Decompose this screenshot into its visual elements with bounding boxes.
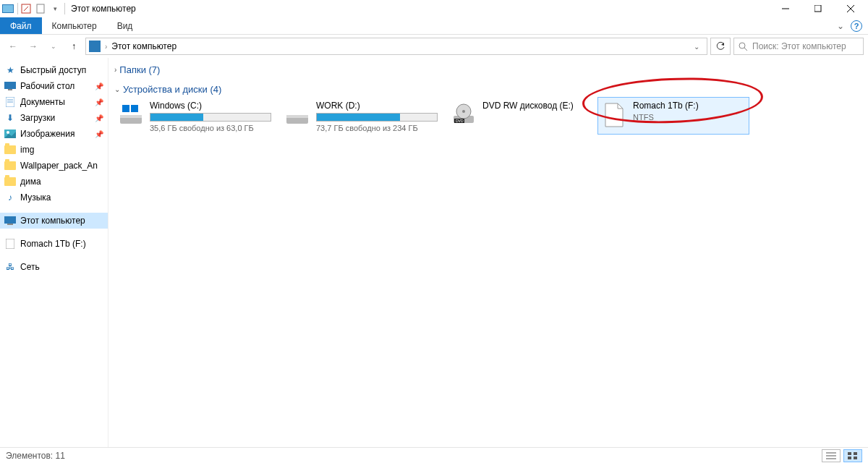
chevron-down-icon: ⌄	[114, 85, 120, 93]
ribbon-tab-view[interactable]: Вид	[107, 17, 143, 34]
svg-point-8	[739, 43, 745, 48]
address-history-icon[interactable]: ⌄	[689, 43, 704, 51]
section-folders-header[interactable]: › Папки (7)	[114, 62, 862, 77]
folder-icon	[4, 144, 16, 156]
svg-rect-25	[286, 115, 308, 118]
capacity-bar	[316, 113, 438, 122]
documents-icon	[4, 96, 16, 108]
refresh-button[interactable]	[710, 38, 731, 55]
svg-rect-5	[814, 5, 821, 12]
qat-properties-icon[interactable]	[20, 2, 33, 15]
svg-rect-35	[854, 452, 857, 455]
nav-up-button[interactable]: ↑	[65, 38, 82, 55]
sidebar-item-dima[interactable]: дима	[0, 174, 108, 190]
chevron-right-icon: ›	[114, 66, 116, 74]
svg-point-16	[7, 131, 9, 134]
status-item-count: Элементов: 11	[6, 451, 65, 461]
svg-rect-37	[854, 456, 857, 459]
close-button[interactable]	[834, 0, 867, 17]
sidebar-item-desktop[interactable]: Рабочий стол 📌	[0, 78, 108, 94]
nav-forward-button[interactable]: →	[25, 38, 42, 55]
music-icon: ♪	[4, 192, 16, 203]
pin-icon: 📌	[95, 82, 103, 90]
sidebar-quick-access[interactable]: ★ Быстрый доступ	[0, 62, 108, 78]
sidebar-item-wallpaper[interactable]: Wallpaper_pack_An	[0, 158, 108, 174]
qat-dropdown-icon[interactable]: ▾	[48, 2, 61, 15]
breadcrumb-sep-icon: ›	[105, 43, 107, 51]
search-placeholder: Поиск: Этот компьютер	[752, 41, 846, 51]
svg-rect-34	[848, 452, 851, 455]
search-icon	[739, 42, 748, 51]
titlebar: ▾ Этот компьютер	[0, 0, 868, 17]
svg-line-9	[744, 48, 747, 51]
nav-back-button[interactable]: ←	[4, 38, 22, 55]
ribbon-expand-icon[interactable]: ⌄	[830, 17, 851, 34]
view-tiles-button[interactable]	[843, 449, 862, 462]
ribbon: Файл Компьютер Вид ⌄ ?	[0, 17, 868, 35]
ribbon-file-tab[interactable]: Файл	[0, 17, 42, 34]
disk-icon	[284, 102, 310, 128]
file-icon	[4, 238, 16, 250]
star-icon: ★	[4, 64, 16, 76]
blank-file-icon	[601, 102, 627, 128]
qat-newfolder-icon[interactable]	[34, 2, 47, 15]
drive-label: DVD RW дисковод (E:)	[482, 101, 588, 111]
address-bar[interactable]: › Этот компьютер ⌄	[85, 38, 707, 55]
drive-c[interactable]: Windows (C:) 35,6 ГБ свободно из 63,0 ГБ	[114, 97, 275, 135]
sidebar-item-music[interactable]: ♪ Музыка	[0, 190, 108, 205]
downloads-icon: ⬇	[4, 112, 16, 124]
maximize-button[interactable]	[801, 0, 834, 17]
drive-f[interactable]: Romach 1Tb (F:) NTFS	[597, 97, 749, 135]
pin-icon: 📌	[95, 130, 103, 138]
sidebar-item-downloads[interactable]: ⬇ Загрузки 📌	[0, 110, 108, 126]
search-box[interactable]: Поиск: Этот компьютер	[733, 38, 864, 55]
capacity-bar	[150, 113, 271, 122]
svg-rect-11	[8, 89, 12, 90]
section-drives-header[interactable]: ⌄ Устройства и диски (4)	[114, 82, 862, 97]
svg-rect-23	[131, 105, 138, 112]
drive-free-text: 73,7 ГБ свободно из 234 ГБ	[316, 124, 438, 132]
svg-rect-18	[7, 224, 13, 225]
window-title: Этот компьютер	[71, 4, 136, 14]
sidebar-item-pictures[interactable]: Изображения 📌	[0, 126, 108, 142]
drive-label: Romach 1Tb (F:)	[633, 101, 746, 111]
disk-icon	[118, 102, 144, 128]
drive-d[interactable]: WORK (D:) 73,7 ГБ свободно из 234 ГБ	[281, 97, 441, 135]
ribbon-tab-computer[interactable]: Компьютер	[42, 17, 107, 34]
view-details-button[interactable]	[822, 449, 841, 462]
sidebar-drive-f[interactable]: Romach 1Tb (F:)	[0, 236, 108, 252]
dvd-icon: DVD	[451, 102, 477, 128]
pictures-icon	[4, 128, 16, 140]
location-icon	[89, 41, 101, 52]
svg-rect-36	[848, 456, 851, 459]
sidebar-item-documents[interactable]: Документы 📌	[0, 94, 108, 110]
svg-rect-1	[3, 5, 13, 12]
desktop-icon	[4, 80, 16, 92]
network-icon: 🖧	[4, 261, 16, 273]
sidebar-this-pc[interactable]: Этот компьютер	[0, 213, 108, 229]
sidebar-item-img[interactable]: img	[0, 142, 108, 158]
help-icon[interactable]: ?	[851, 20, 862, 32]
svg-rect-22	[122, 105, 129, 112]
svg-rect-3	[37, 4, 44, 13]
statusbar: Элементов: 11	[0, 447, 868, 463]
breadcrumb-location[interactable]: Этот компьютер	[111, 41, 176, 51]
sidebar: ★ Быстрый доступ Рабочий стол 📌 Документ…	[0, 58, 109, 447]
file-pane: › Папки (7) ⌄ Устройства и диски (4) Win…	[109, 58, 868, 447]
svg-rect-21	[120, 115, 142, 118]
pc-icon	[4, 215, 16, 226]
folder-icon	[4, 160, 16, 171]
drive-e[interactable]: DVD DVD RW дисковод (E:)	[447, 97, 592, 135]
folder-icon	[4, 176, 16, 187]
sidebar-network[interactable]: 🖧 Сеть	[0, 259, 108, 275]
pin-icon: 📌	[95, 114, 103, 122]
minimize-button[interactable]	[769, 0, 801, 17]
nav-row: ← → ⌄ ↑ › Этот компьютер ⌄ Поиск: Этот к…	[0, 35, 868, 58]
svg-rect-17	[4, 216, 16, 224]
svg-text:DVD: DVD	[456, 119, 464, 123]
drive-free-text: 35,6 ГБ свободно из 63,0 ГБ	[150, 124, 271, 132]
drive-fs-text: NTFS	[633, 113, 746, 122]
drive-label: Windows (C:)	[150, 101, 271, 111]
nav-recent-dropdown[interactable]: ⌄	[45, 38, 62, 55]
svg-rect-10	[4, 82, 16, 89]
